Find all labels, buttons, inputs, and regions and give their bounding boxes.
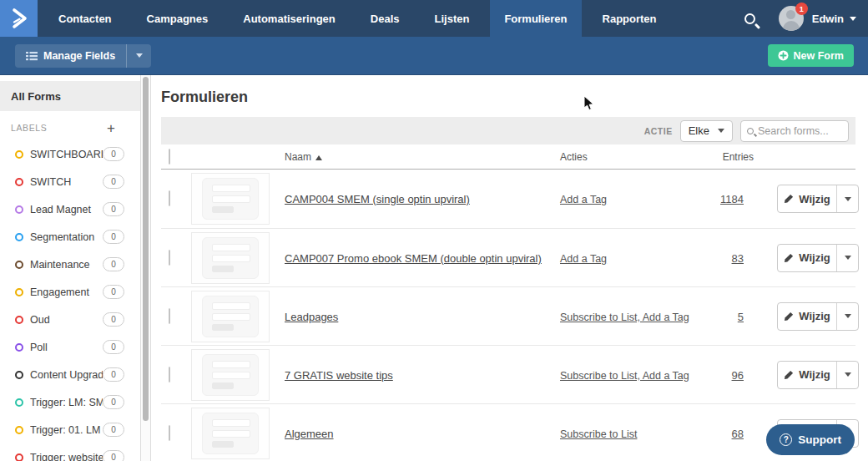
nav-item[interactable]: Contacten <box>44 0 126 37</box>
form-name-link[interactable]: 7 GRATIS website tips <box>285 369 393 382</box>
support-button[interactable]: ? Support <box>766 424 855 455</box>
label-color-ring-icon <box>15 261 23 269</box>
sidebar-label-item[interactable]: Poll 0 <box>0 333 140 361</box>
add-label-plus-icon[interactable]: + <box>107 121 115 135</box>
scrollbar-thumb[interactable] <box>143 77 149 421</box>
wijzig-split-button: Wijzig <box>777 185 859 213</box>
sidebar-label-item[interactable]: Content Upgrades 0 <box>0 361 140 388</box>
sidebar-label-item[interactable]: Maintenance 0 <box>0 251 140 278</box>
new-form-button[interactable]: New Form <box>768 44 854 67</box>
search-icon[interactable] <box>744 13 755 24</box>
form-actions-link[interactable]: Subscribe to List, Add a Tag <box>560 370 689 382</box>
column-header-naam[interactable]: Naam <box>285 151 560 163</box>
activecampaign-logo[interactable] <box>0 0 38 37</box>
sidebar-label-item[interactable]: Segmentation 0 <box>0 223 140 251</box>
wijzig-dropdown-button[interactable] <box>836 245 858 271</box>
nav-right: 1 Edwin <box>744 0 868 37</box>
form-actions-link[interactable]: Add a Tag <box>560 194 607 205</box>
wijzig-dropdown-button[interactable] <box>836 303 858 330</box>
manage-fields-dropdown-button[interactable] <box>126 44 151 68</box>
entries-count-link[interactable]: 83 <box>732 252 744 265</box>
form-name-link[interactable]: Algemeen <box>285 428 334 440</box>
form-name-link[interactable]: Leadpages <box>285 311 338 323</box>
nav-item[interactable]: Lijsten <box>420 0 483 37</box>
search-forms-input[interactable] <box>758 125 842 137</box>
form-actions-link[interactable]: Subscribe to List <box>560 428 637 440</box>
form-actions-link[interactable]: Add a Tag <box>560 253 607 265</box>
label-name: SWITCH <box>30 176 103 188</box>
label-name: Poll <box>30 342 103 353</box>
row-checkbox[interactable] <box>169 190 170 206</box>
nav-items: Contacten Campagnes Automatiseringen Dea… <box>38 0 671 37</box>
entries-count-link[interactable]: 96 <box>732 369 744 382</box>
entries-count-link[interactable]: 1184 <box>720 193 744 205</box>
all-forms-label: All Forms <box>11 90 61 103</box>
entries-count-link[interactable]: 68 <box>732 428 744 440</box>
chevron-down-icon <box>845 197 851 201</box>
row-checkbox[interactable] <box>169 367 170 382</box>
nav-item[interactable]: Deals <box>356 0 414 37</box>
row-checkbox[interactable] <box>169 425 170 441</box>
form-actions-link[interactable]: Subscribe to List, Add a Tag <box>560 312 689 323</box>
wijzig-dropdown-button[interactable] <box>836 185 858 212</box>
label-count-badge: 0 <box>103 395 124 409</box>
manage-fields-button[interactable]: Manage Fields <box>15 44 126 68</box>
table-row: Algemeen Subscribe to List 68 Wijzig <box>161 403 855 461</box>
wijzig-button[interactable]: Wijzig <box>778 303 836 330</box>
nav-item[interactable]: Formulieren <box>490 0 581 37</box>
wijzig-button[interactable]: Wijzig <box>778 245 836 271</box>
row-checkbox[interactable] <box>169 308 170 324</box>
sidebar-label-item[interactable]: Trigger: LM: SMEM 0 <box>0 388 140 416</box>
nav-item[interactable]: Campagnes <box>133 0 223 37</box>
row-checkbox[interactable] <box>169 250 170 266</box>
form-thumbnail[interactable] <box>191 173 270 225</box>
column-header-entries[interactable]: Entries <box>719 151 777 163</box>
sidebar-label-item[interactable]: Trigger: website ... 0 <box>0 443 140 461</box>
form-thumbnail[interactable] <box>191 349 270 401</box>
label-count-badge: 0 <box>103 450 124 461</box>
new-form-label: New Form <box>794 50 844 62</box>
user-menu-chevron-down-icon[interactable] <box>850 17 856 21</box>
wijzig-split-button: Wijzig <box>777 302 859 331</box>
wijzig-label: Wijzig <box>799 310 830 322</box>
pencil-icon <box>784 194 794 204</box>
sidebar-label-item[interactable]: Engagement 0 <box>0 278 140 306</box>
form-name-link[interactable]: CAMP007 Promo ebook SMEM (double optin u… <box>285 252 542 265</box>
list-icon <box>26 51 38 61</box>
sidebar-label-item[interactable]: Trigger: 01. LM 0 <box>0 416 140 443</box>
user-avatar[interactable]: 1 <box>779 6 804 31</box>
form-thumbnail[interactable] <box>191 291 270 342</box>
sidebar-label-item[interactable]: Oud 0 <box>0 306 140 333</box>
form-thumbnail[interactable] <box>191 408 270 459</box>
wijzig-dropdown-button[interactable] <box>836 362 858 388</box>
labels-title: LABELS <box>11 123 47 133</box>
sidebar-label-item[interactable]: Lead Magnet 0 <box>0 195 140 223</box>
column-header-acties[interactable]: Acties <box>560 151 719 163</box>
label-color-ring-icon <box>15 150 23 159</box>
table-row: CAMP007 Promo ebook SMEM (double optin u… <box>161 228 855 286</box>
label-color-ring-icon <box>15 398 23 407</box>
user-name[interactable]: Edwin <box>812 13 844 25</box>
sidebar-label-item[interactable]: SWITCHBOARD 0 <box>0 140 140 168</box>
table-toolbar: ACTIE Elke <box>161 117 855 144</box>
wijzig-button[interactable]: Wijzig <box>778 362 836 388</box>
entries-count-link[interactable]: 5 <box>738 311 744 323</box>
pencil-icon <box>784 253 794 263</box>
nav-item[interactable]: Automatiseringen <box>229 0 350 37</box>
search-forms-box <box>740 120 849 142</box>
form-preview-graphic <box>202 413 259 454</box>
form-thumbnail[interactable] <box>191 232 270 284</box>
wijzig-button[interactable]: Wijzig <box>778 185 836 212</box>
subheader: Manage Fields New Form <box>0 37 868 75</box>
nav-spacer <box>671 0 744 37</box>
forms-sidebar: All Forms LABELS + SWITCHBOARD 0 SWITCH <box>0 75 140 461</box>
sidebar-label-item[interactable]: SWITCH 0 <box>0 168 140 195</box>
manage-fields-split-button: Manage Fields <box>15 44 151 68</box>
notification-badge[interactable]: 1 <box>795 3 808 15</box>
action-filter-dropdown[interactable]: Elke <box>680 120 733 142</box>
form-name-link[interactable]: CAMP004 SMEM (single optin upviral) <box>285 193 470 205</box>
select-all-checkbox[interactable] <box>169 149 170 165</box>
label-count-badge: 0 <box>103 285 124 299</box>
sidebar-item-all-forms[interactable]: All Forms <box>0 81 140 111</box>
nav-item[interactable]: Rapporten <box>588 0 671 37</box>
